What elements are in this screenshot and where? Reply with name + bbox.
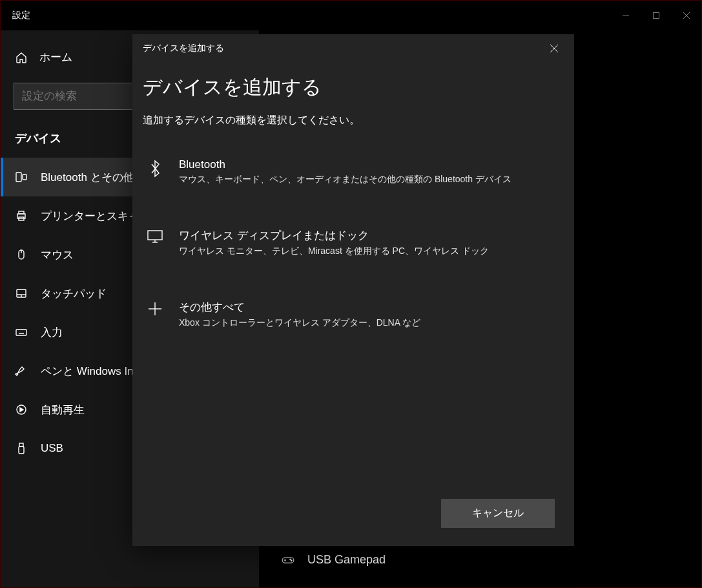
option-desc: ワイヤレス モニター、テレビ、Miracast を使用する PC、ワイヤレス ド… <box>179 246 561 257</box>
svg-rect-22 <box>19 446 24 454</box>
option-wireless-display[interactable]: ワイヤレス ディスプレイまたはドック ワイヤレス モニター、テレビ、Miraca… <box>143 216 564 269</box>
sidebar-item-label: ペンと Windows Ink <box>41 364 139 379</box>
cancel-button[interactable]: キャンセル <box>441 499 555 528</box>
home-icon <box>15 51 28 64</box>
option-text: ワイヤレス ディスプレイまたはドック ワイヤレス モニター、テレビ、Miraca… <box>179 228 561 257</box>
dialog-titlebar-text: デバイスを追加する <box>143 43 224 54</box>
minimize-button[interactable] <box>610 1 641 30</box>
bluetooth-icon <box>144 158 166 185</box>
dialog-body: デバイスを追加する 追加するデバイスの種類を選択してください。 Bluetoot… <box>132 63 574 491</box>
display-icon <box>144 228 166 257</box>
option-text: その他すべて Xbox コントローラーとワイヤレス アダプター、DLNA など <box>179 300 561 329</box>
mouse-icon <box>15 248 28 261</box>
svg-point-26 <box>290 559 291 560</box>
home-label: ホーム <box>39 50 72 65</box>
autoplay-icon <box>15 403 28 416</box>
dialog-titlebar: デバイスを追加する <box>132 34 574 63</box>
window-titlebar: 設定 <box>1 1 701 30</box>
dialog-heading: デバイスを追加する <box>143 74 564 101</box>
window-controls <box>610 1 701 30</box>
option-title: その他すべて <box>179 300 561 315</box>
dialog-subtitle: 追加するデバイスの種類を選択してください。 <box>143 114 564 127</box>
option-bluetooth[interactable]: Bluetooth マウス、キーボード、ペン、オーディオまたはその他の種類の B… <box>143 147 564 197</box>
sidebar-item-label: 入力 <box>41 325 63 340</box>
window-title: 設定 <box>12 10 30 21</box>
sidebar-item-label: タッチパッド <box>41 286 107 301</box>
svg-rect-7 <box>19 211 24 214</box>
option-other[interactable]: その他すべて Xbox コントローラーとワイヤレス アダプター、DLNA など <box>143 288 564 341</box>
plus-icon <box>144 300 166 329</box>
svg-rect-1 <box>653 13 659 19</box>
close-button[interactable] <box>671 1 701 30</box>
svg-rect-21 <box>19 443 23 446</box>
pen-icon <box>15 364 28 377</box>
usb-icon <box>15 442 28 455</box>
svg-rect-4 <box>16 173 21 182</box>
svg-rect-5 <box>23 174 26 180</box>
keyboard-icon <box>15 326 28 339</box>
option-title: ワイヤレス ディスプレイまたはドック <box>179 228 561 243</box>
dialog-footer: キャンセル <box>132 491 574 546</box>
settings-window: 設定 ホーム デバイス B <box>0 0 702 588</box>
dialog-close-button[interactable] <box>544 39 564 58</box>
gamepad-icon <box>282 554 294 567</box>
option-desc: マウス、キーボード、ペン、オーディオまたはその他の種類の Bluetooth デ… <box>179 174 561 185</box>
option-desc: Xbox コントローラーとワイヤレス アダプター、DLNA など <box>179 317 561 329</box>
option-text: Bluetooth マウス、キーボード、ペン、オーディオまたはその他の種類の B… <box>179 158 561 185</box>
touchpad-icon <box>15 287 28 300</box>
svg-rect-14 <box>16 330 26 335</box>
maximize-button[interactable] <box>641 1 671 30</box>
bluetooth-devices-icon <box>15 171 28 184</box>
add-device-dialog: デバイスを追加する デバイスを追加する 追加するデバイスの種類を選択してください… <box>132 34 574 546</box>
sidebar-item-label: マウス <box>41 247 74 262</box>
device-row-gamepad[interactable]: USB Gamepad <box>282 553 386 567</box>
sidebar-item-label: 自動再生 <box>41 403 85 417</box>
option-title: Bluetooth <box>179 158 561 171</box>
svg-point-27 <box>291 560 292 561</box>
svg-rect-30 <box>148 231 162 240</box>
device-label: USB Gamepad <box>307 553 386 567</box>
printer-icon <box>15 209 28 222</box>
sidebar-item-label: USB <box>41 442 63 455</box>
